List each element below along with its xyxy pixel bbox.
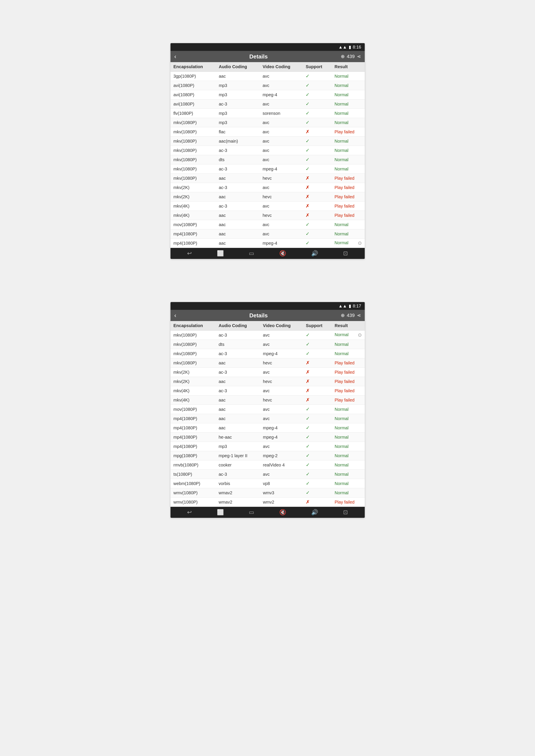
table-row: avi(1080P) mp3 avc ✓ Normal	[171, 81, 365, 90]
cross-icon: ✗	[306, 388, 310, 393]
check-icon: ✓	[306, 222, 309, 227]
cell-encap: mkv(4K)	[171, 202, 216, 211]
result-text: Normal	[334, 481, 348, 486]
table-body-1: 3gp(1080P) aac avc ✓ Normal avi(1080P) m…	[171, 72, 365, 248]
cell-result: Play failed	[331, 395, 364, 405]
screen-2: ▲▲ ▮ 8:17 ‹ Details ⊕ 439 ⋖ Encapsulatio…	[171, 302, 365, 518]
battery-icon: ▮	[349, 44, 351, 50]
back-nav-icon-1[interactable]: ↩	[187, 250, 192, 257]
cell-video: mpeg-4	[260, 423, 303, 433]
back-button-2[interactable]: ‹	[174, 312, 176, 319]
cell-audio: mpeg-1 layer II	[215, 451, 260, 460]
table-row: mp4(1080P) aac mpeg-4 ✓ Normal	[171, 423, 365, 433]
cell-result: Play failed	[331, 127, 365, 137]
table-row: mkv(2K) aac hevc ✗ Play failed	[171, 192, 365, 202]
result-text: Normal	[334, 351, 348, 356]
page-title-2: Details	[176, 312, 341, 319]
cell-result: Normal	[331, 488, 364, 498]
cell-video: avc	[260, 155, 303, 164]
cell-audio: ac-3	[216, 146, 260, 155]
time-1: 8:16	[353, 45, 361, 50]
share-icon-2[interactable]: ⋖	[357, 312, 361, 318]
check-icon: ✓	[306, 110, 309, 116]
result-text: Normal	[334, 167, 348, 171]
home-nav-icon-2[interactable]: ⬜	[217, 509, 224, 516]
cell-encap: mkv(1080P)	[171, 331, 216, 340]
cell-result: Normal	[331, 451, 364, 460]
recents-nav-icon-2[interactable]: ▭	[249, 509, 254, 516]
cross-icon: ✗	[306, 397, 310, 403]
home-nav-icon-1[interactable]: ⬜	[217, 250, 224, 257]
cell-video: hevc	[260, 358, 303, 368]
result-text: Normal	[334, 148, 348, 153]
cell-encap: 3gp(1080P)	[171, 72, 216, 81]
title-right-icons-2: ⊕ 439 ⋖	[341, 312, 361, 318]
title-right-icons-1: ⊕ 439 ⋖	[341, 54, 361, 59]
table-row: wmv(1080P) wmav2 wmv2 ✗ Play failed	[171, 498, 365, 507]
result-text: Normal	[334, 120, 348, 125]
cell-support: ✓	[303, 488, 331, 498]
cell-support: ✗	[302, 202, 331, 211]
vol-mute-icon-1[interactable]: 🔇	[279, 250, 286, 257]
result-text: Normal	[334, 157, 348, 162]
cell-support: ✓	[303, 460, 331, 470]
check-icon: ✓	[306, 444, 310, 449]
cell-audio: aac	[216, 72, 260, 81]
cell-video: wmv3	[260, 488, 303, 498]
nav-bar-2: ↩ ⬜ ▭ 🔇 🔊 ⊡	[171, 507, 365, 518]
table-row: mkv(4K) aac hevc ✗ Play failed	[171, 211, 365, 220]
cell-audio: ac-3	[215, 386, 260, 395]
result-text: Normal	[334, 231, 348, 236]
cell-result: Normal	[331, 340, 364, 349]
count-2: 439	[347, 312, 355, 318]
cell-result: Normal⊙	[331, 331, 364, 340]
check-icon: ✓	[306, 341, 310, 347]
cell-encap: mkv(1080P)	[171, 164, 216, 174]
screen-icon-2[interactable]: ⊡	[343, 509, 348, 516]
cell-encap: mkv(1080P)	[171, 349, 216, 358]
scroll-indicator: ⊙	[358, 332, 362, 338]
vol-mute-icon-2[interactable]: 🔇	[279, 509, 286, 516]
table-row: mkv(1080P) ac-3 avc ✓ Normal⊙	[171, 331, 365, 340]
check-icon: ✓	[306, 101, 309, 107]
cell-support: ✓	[303, 414, 331, 423]
cell-result: Normal⊙	[331, 239, 365, 248]
result-text: Normal	[334, 463, 348, 467]
check-icon: ✓	[306, 472, 310, 477]
back-nav-icon-2[interactable]: ↩	[187, 509, 192, 516]
cell-encap: avi(1080P)	[171, 81, 216, 90]
cross-icon: ✗	[306, 203, 309, 209]
cell-audio: he-aac	[215, 433, 260, 442]
cell-video: mpeg-2	[260, 451, 303, 460]
col-audio-1: Audio Coding	[216, 62, 260, 72]
result-text: Normal	[334, 342, 348, 347]
cell-encap: mkv(1080P)	[171, 127, 216, 137]
cell-result: Normal	[331, 414, 364, 423]
table-row: mkv(1080P) dts avc ✓ Normal	[171, 340, 365, 349]
share-icon-1[interactable]: ⋖	[357, 54, 361, 59]
screen-icon-1[interactable]: ⊡	[343, 250, 348, 257]
recents-nav-icon-1[interactable]: ▭	[249, 250, 254, 257]
table-row: mkv(1080P) aac hevc ✗ Play failed	[171, 358, 365, 368]
cell-result: Normal	[331, 460, 364, 470]
table-row: mkv(4K) ac-3 avc ✗ Play failed	[171, 386, 365, 395]
back-button-1[interactable]: ‹	[174, 53, 176, 60]
cell-video: avc	[260, 137, 303, 146]
table-row: mkv(2K) ac-3 avc ✗ Play failed	[171, 368, 365, 377]
cell-result: Play failed	[331, 368, 364, 377]
cell-support: ✓	[303, 433, 331, 442]
cell-encap: mp4(1080P)	[171, 414, 216, 423]
vol-up-icon-1[interactable]: 🔊	[311, 250, 318, 257]
cell-audio: aac	[216, 220, 260, 230]
cell-result: Normal	[331, 90, 365, 99]
cell-support: ✓	[302, 81, 331, 90]
cell-video: mpeg-4	[260, 90, 303, 99]
cell-audio: aac	[216, 211, 260, 220]
cell-encap: wmv(1080P)	[171, 498, 216, 507]
cell-audio: aac	[215, 423, 260, 433]
result-text: Normal	[334, 222, 348, 227]
cell-video: avc	[260, 118, 303, 127]
vol-up-icon-2[interactable]: 🔊	[311, 509, 318, 516]
table-row: avi(1080P) mp3 mpeg-4 ✓ Normal	[171, 90, 365, 99]
col-video-2: Video Coding	[260, 321, 303, 331]
